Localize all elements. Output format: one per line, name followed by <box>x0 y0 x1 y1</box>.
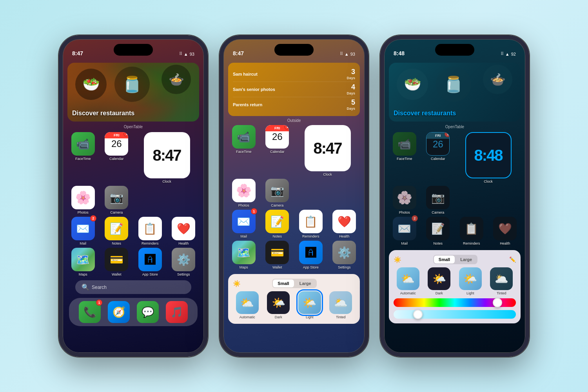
app-facetime-2[interactable]: 📹 FaceTime <box>228 125 260 176</box>
app-row-3: ✉️ 2 Mail 📝 Notes 📋 Reminders ❤️ <box>67 217 199 245</box>
food-plate-2: 🫙 <box>114 67 150 102</box>
app-photos-1[interactable]: 🌸 Photos <box>67 186 99 214</box>
widget-opt-dark-3[interactable]: 🌤️ Dark <box>425 267 454 295</box>
signal-icon-3: ⠿ <box>501 51 504 56</box>
app-reminders-2[interactable]: 📋 Reminders <box>295 210 327 238</box>
app-mail-1[interactable]: ✉️ 2 Mail <box>67 217 99 245</box>
notes-emoji-1: 📝 <box>110 222 123 235</box>
battery-1: 93 <box>190 52 194 56</box>
size-small-3[interactable]: Small <box>434 256 455 263</box>
food-plate-3: 🍲 <box>162 65 191 94</box>
camera-icon-3: 📷 <box>426 186 450 209</box>
camera-emoji-1: 📷 <box>110 191 123 204</box>
widget-opt-tinted-3[interactable]: 🌥️ Tinted <box>487 267 516 295</box>
dock-safari-1[interactable]: 🧭 <box>108 301 130 323</box>
app-reminders-1[interactable]: 📋 Reminders <box>134 217 166 245</box>
app-photos-2[interactable]: 🌸 Photos <box>228 179 260 207</box>
dock-music-1[interactable]: 🎵 <box>166 301 188 323</box>
app-wallet-2[interactable]: 💳 Wallet <box>262 241 293 269</box>
iphone-3: 8:48 ⠿ ▲ 92 🥗 🫙 🍲 Discover restaurants O… <box>380 35 529 357</box>
app-maps-2[interactable]: 🗺️ Maps <box>228 241 260 269</box>
dock-phone-1[interactable]: 📞 1 <box>79 301 101 323</box>
notes-icon-1: 📝 <box>105 217 128 240</box>
countdown-widget-2[interactable]: Sam haircut 3 Days Sam's senior photos 4… <box>228 63 360 116</box>
app-mail-3[interactable]: ✉️ 2 Mail <box>389 217 420 245</box>
settings-emoji-1: ⚙️ <box>177 253 191 266</box>
widget-options-2: ⛅ Automatic 🌤️ Dark 🌤️ Light <box>233 291 355 319</box>
app-notes-2[interactable]: 📝 Notes <box>262 210 293 238</box>
app-row-4: 🗺️ Maps 💳 Wallet 🅰 App Store ⚙️ <box>67 248 199 276</box>
app-clock-1[interactable]: 8:47 Clock <box>134 132 199 183</box>
opentable-widget-1[interactable]: 🥗 🫙 🍲 Discover restaurants <box>67 63 199 122</box>
signal-icon-1: ⠿ <box>179 51 182 56</box>
outside-label-2: Outside <box>228 118 360 123</box>
calendar-icon-1: FRI 26 1 <box>105 132 128 156</box>
widget-opt-dark-2[interactable]: 🌤️ Dark <box>264 291 293 319</box>
app-camera-2[interactable]: 📷 Camera <box>262 179 293 207</box>
app-clock-3[interactable]: 8:48 Clock <box>456 132 521 183</box>
search-bar-1[interactable]: 🔍 Search <box>75 280 191 294</box>
widget-opt-light-2[interactable]: 🌤️ Light <box>295 291 324 319</box>
app-row-3-3: ✉️ 2 Mail 📝 Notes 📋 Reminders ❤️ <box>389 217 521 245</box>
app-notes-3[interactable]: 📝 Notes <box>423 217 454 245</box>
app-camera-3[interactable]: 📷 Camera <box>423 186 454 214</box>
rainbow-slider-3[interactable] <box>394 298 516 307</box>
app-row-2-1: 📹 FaceTime FRI 26 1 Calendar 8:47 Cl <box>228 125 360 176</box>
reminders-emoji-2: 📋 <box>304 215 318 228</box>
battery-3: 92 <box>511 52 516 56</box>
app-health-2[interactable]: ❤️ Health <box>329 210 360 238</box>
event-1-days: 3 Days <box>347 68 355 80</box>
opentable-widget-3[interactable]: 🥗 🫙 🍲 Discover restaurants <box>389 63 521 122</box>
app-clock-2[interactable]: 8:47 Clock <box>295 125 360 176</box>
size-small-2[interactable]: Small <box>273 279 294 287</box>
facetime-label-1: FaceTime <box>75 157 91 161</box>
widget-opt-tinted-2[interactable]: 🌥️ Tinted <box>327 291 356 319</box>
app-health-1[interactable]: ❤️ Health <box>168 217 200 245</box>
app-settings-2[interactable]: ⚙️ Settings <box>329 241 360 269</box>
rainbow-thumb-3[interactable] <box>493 298 502 307</box>
widget-opt-auto-3[interactable]: ⛅ Automatic <box>394 267 423 295</box>
camera-label-3: Camera <box>432 211 444 214</box>
app-wallet-1[interactable]: 💳 Wallet <box>101 248 132 276</box>
size-large-2[interactable]: Large <box>295 279 316 287</box>
mail-badge-1: 2 <box>90 215 96 221</box>
app-photos-3[interactable]: 🌸 Photos <box>389 186 420 214</box>
app-appstore-2[interactable]: 🅰 App Store <box>295 241 327 269</box>
phone-2-content: Sam haircut 3 Days Sam's senior photos 4… <box>223 60 365 353</box>
event-2-days: 4 Days <box>347 83 355 95</box>
facetime-icon-3: 📹 <box>393 132 416 156</box>
facetime-emoji-1: 📹 <box>76 138 90 151</box>
maps-icon-2: 🗺️ <box>232 241 256 264</box>
app-calendar-2[interactable]: FRI 26 1 Calendar <box>262 125 293 176</box>
widget-opt-auto-2[interactable]: ⛅ Automatic <box>233 291 262 319</box>
pencil-icon-3[interactable]: ✏️ <box>509 256 516 263</box>
app-facetime-3[interactable]: 📹 FaceTime <box>389 132 420 183</box>
clock-time-3: 8:48 <box>474 147 502 164</box>
app-calendar-3[interactable]: FRI 26 1 Calendar <box>423 132 454 183</box>
cyan-slider-3[interactable] <box>394 310 516 319</box>
app-mail-2[interactable]: ✉️ 1 Mail <box>228 210 260 238</box>
app-maps-1[interactable]: 🗺️ Maps <box>67 248 99 276</box>
app-calendar-1[interactable]: FRI 26 1 Calendar <box>101 132 132 183</box>
wallet-icon-1: 💳 <box>105 248 128 271</box>
clock-label-2: Clock <box>323 172 332 176</box>
app-settings-1[interactable]: ⚙️ Settings <box>168 248 200 276</box>
calendar-badge-3: 1 <box>445 132 450 137</box>
dock-messages-1[interactable]: 💬 <box>137 301 159 323</box>
photos-icon-1: 🌸 <box>71 186 95 209</box>
widget-dark-emoji-2: 🌤️ <box>272 296 285 309</box>
app-camera-1[interactable]: 📷 Camera <box>101 186 132 214</box>
app-health-3[interactable]: ❤️ Health <box>490 217 521 245</box>
app-notes-1[interactable]: 📝 Notes <box>101 217 132 245</box>
app-reminders-3[interactable]: 📋 Reminders <box>456 217 487 245</box>
health-emoji-2: ❤️ <box>338 215 351 228</box>
calendar-label-3: Calendar <box>431 157 445 161</box>
size-large-3[interactable]: Large <box>456 256 477 263</box>
mail-emoji-3: ✉️ <box>397 222 411 235</box>
camera-icon-1: 📷 <box>105 186 128 209</box>
cyan-thumb-3[interactable] <box>413 310 423 319</box>
app-appstore-1[interactable]: 🅰 App Store <box>134 248 166 276</box>
widget-opt-light-3[interactable]: 🌤️ Light <box>456 267 485 295</box>
app-facetime-1[interactable]: 📹 FaceTime <box>67 132 99 183</box>
iphone-2: 8:47 ⠿ ▲ 93 Sam haircut 3 Days Sam's sen… <box>220 35 368 357</box>
